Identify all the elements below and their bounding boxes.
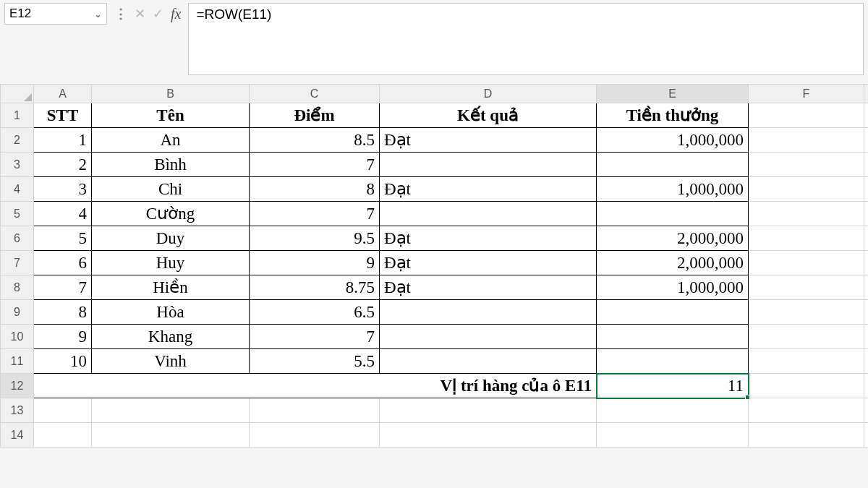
cell-F10[interactable] — [749, 325, 864, 349]
cell-G12[interactable] — [864, 374, 869, 398]
cell-A1[interactable]: STT — [34, 103, 92, 128]
cell-B4[interactable]: Chi — [92, 177, 250, 202]
cell-E7[interactable]: 2,000,000 — [597, 251, 749, 275]
cell-G9[interactable] — [864, 300, 869, 325]
cell-C14[interactable] — [250, 423, 380, 448]
cell-B7[interactable]: Huy — [92, 251, 250, 275]
cell-D3[interactable] — [380, 153, 597, 177]
cell-C9[interactable]: 6.5 — [250, 300, 380, 325]
cell-F14[interactable] — [749, 423, 864, 448]
cell-E8[interactable]: 1,000,000 — [597, 275, 749, 300]
cell-E9[interactable] — [597, 300, 749, 325]
col-header-C[interactable]: C — [250, 85, 380, 103]
cell-F1[interactable] — [749, 103, 864, 128]
cell-C11[interactable]: 5.5 — [250, 349, 380, 374]
cell-F5[interactable] — [749, 202, 864, 226]
cell-F3[interactable] — [749, 153, 864, 177]
cell-A9[interactable]: 8 — [34, 300, 92, 325]
cell-E10[interactable] — [597, 325, 749, 349]
row-header-1[interactable]: 1 — [1, 103, 34, 128]
cell-C2[interactable]: 8.5 — [250, 128, 380, 153]
cell-D4[interactable]: Đạt — [380, 177, 597, 202]
cell-G7[interactable] — [864, 251, 869, 275]
cell-E14[interactable] — [597, 423, 749, 448]
cell-C13[interactable] — [250, 398, 380, 423]
cell-B13[interactable] — [92, 398, 250, 423]
cell-A2[interactable]: 1 — [34, 128, 92, 153]
cell-D7[interactable]: Đạt — [380, 251, 597, 275]
cell-A10[interactable]: 9 — [34, 325, 92, 349]
cell-E1[interactable]: Tiền thưởng — [597, 103, 749, 128]
cell-G8[interactable] — [864, 275, 869, 300]
cell-D10[interactable] — [380, 325, 597, 349]
cell-D11[interactable] — [380, 349, 597, 374]
row-header-8[interactable]: 8 — [1, 275, 34, 300]
cell-G13[interactable] — [864, 398, 869, 423]
cell-E13[interactable] — [597, 398, 749, 423]
cell-G5[interactable] — [864, 202, 869, 226]
row-header-3[interactable]: 3 — [1, 153, 34, 177]
cell-F13[interactable] — [749, 398, 864, 423]
row-header-12[interactable]: 12 — [1, 374, 34, 398]
row-header-9[interactable]: 9 — [1, 300, 34, 325]
spreadsheet-grid[interactable]: A B C D E F G 1 STT Tên Điểm Kết quả Tiề… — [0, 84, 868, 448]
cell-C7[interactable]: 9 — [250, 251, 380, 275]
col-header-B[interactable]: B — [92, 85, 250, 103]
enter-icon[interactable]: ✓ — [153, 6, 163, 22]
col-header-E[interactable]: E — [597, 85, 749, 103]
cell-F9[interactable] — [749, 300, 864, 325]
formula-input[interactable]: =ROW(E11) — [188, 3, 864, 75]
col-header-F[interactable]: F — [749, 85, 864, 103]
cell-F4[interactable] — [749, 177, 864, 202]
col-header-D[interactable]: D — [380, 85, 597, 103]
row-header-2[interactable]: 2 — [1, 128, 34, 153]
cell-B11[interactable]: Vinh — [92, 349, 250, 374]
select-all-corner[interactable] — [1, 85, 34, 103]
cell-A4[interactable]: 3 — [34, 177, 92, 202]
cell-A6[interactable]: 5 — [34, 226, 92, 251]
cell-F12[interactable] — [749, 374, 864, 398]
cell-B8[interactable]: Hiền — [92, 275, 250, 300]
cell-A7[interactable]: 6 — [34, 251, 92, 275]
cell-B6[interactable]: Duy — [92, 226, 250, 251]
cell-G10[interactable] — [864, 325, 869, 349]
cell-A13[interactable] — [34, 398, 92, 423]
row-header-11[interactable]: 11 — [1, 349, 34, 374]
cell-D5[interactable] — [380, 202, 597, 226]
cell-B2[interactable]: An — [92, 128, 250, 153]
cell-F2[interactable] — [749, 128, 864, 153]
cell-F6[interactable] — [749, 226, 864, 251]
cell-D8[interactable]: Đạt — [380, 275, 597, 300]
cell-B10[interactable]: Khang — [92, 325, 250, 349]
cell-A5[interactable]: 4 — [34, 202, 92, 226]
cell-B14[interactable] — [92, 423, 250, 448]
cell-G3[interactable] — [864, 153, 869, 177]
row-header-13[interactable]: 13 — [1, 398, 34, 423]
row-header-10[interactable]: 10 — [1, 325, 34, 349]
cell-A14[interactable] — [34, 423, 92, 448]
cell-C6[interactable]: 9.5 — [250, 226, 380, 251]
col-header-A[interactable]: A — [34, 85, 92, 103]
cell-B5[interactable]: Cường — [92, 202, 250, 226]
cell-A12-D12-merged[interactable]: Vị trí hàng của ô E11 — [34, 374, 597, 398]
cell-C1[interactable]: Điểm — [250, 103, 380, 128]
cell-C4[interactable]: 8 — [250, 177, 380, 202]
fx-icon[interactable]: fx — [171, 6, 181, 22]
cell-D1[interactable]: Kết quả — [380, 103, 597, 128]
cell-E6[interactable]: 2,000,000 — [597, 226, 749, 251]
row-header-7[interactable]: 7 — [1, 251, 34, 275]
cell-D6[interactable]: Đạt — [380, 226, 597, 251]
row-header-6[interactable]: 6 — [1, 226, 34, 251]
cell-A3[interactable]: 2 — [34, 153, 92, 177]
cell-G1[interactable] — [864, 103, 869, 128]
cell-A8[interactable]: 7 — [34, 275, 92, 300]
cell-D14[interactable] — [380, 423, 597, 448]
cell-F7[interactable] — [749, 251, 864, 275]
cell-E2[interactable]: 1,000,000 — [597, 128, 749, 153]
cell-E11[interactable] — [597, 349, 749, 374]
cell-C5[interactable]: 7 — [250, 202, 380, 226]
cell-G14[interactable] — [864, 423, 869, 448]
cell-B3[interactable]: Bình — [92, 153, 250, 177]
row-header-4[interactable]: 4 — [1, 177, 34, 202]
cell-D2[interactable]: Đạt — [380, 128, 597, 153]
